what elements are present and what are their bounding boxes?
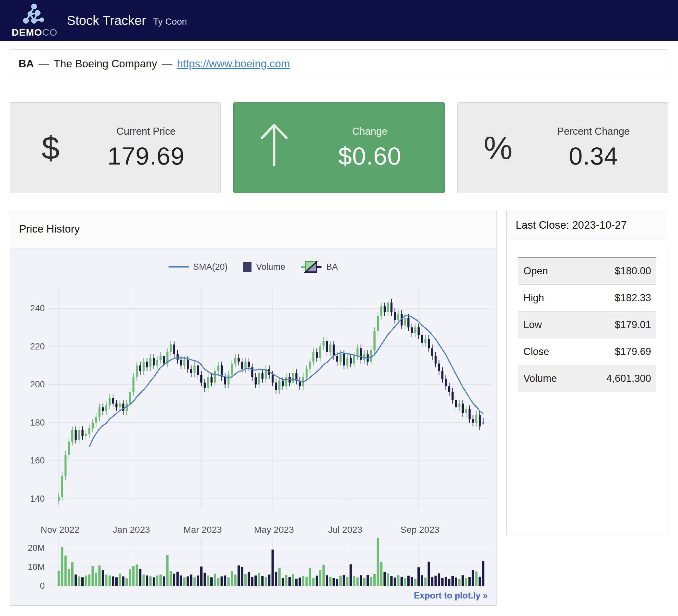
quote-value: $179.01 (579, 312, 656, 338)
svg-text:Mar 2023: Mar 2023 (183, 525, 222, 535)
last-close-body: Open$180.00High$182.33Low$179.01Close$17… (506, 240, 668, 535)
quote-label: Open (518, 257, 579, 285)
page-subtitle: Ty Coon (153, 16, 187, 27)
quote-row-open: Open$180.00 (518, 257, 656, 285)
card-label: Change (305, 126, 434, 137)
quote-label: Volume (518, 365, 579, 392)
card-label: Percent Change (529, 126, 658, 137)
last-close-table-body: Open$180.00High$182.33Low$179.01Close$17… (518, 257, 656, 392)
svg-text:180: 180 (30, 418, 45, 427)
change-card: Change $0.60 (233, 102, 444, 193)
stat-cards-row: $ Current Price 179.69 Change $0.60 % Pe… (10, 102, 668, 193)
quote-row-high: High$182.33 (518, 285, 656, 312)
dollar-icon: $ (20, 129, 81, 166)
quote-value: $179.69 (579, 338, 656, 365)
last-close-title: Last Close: 2023-10-27 (506, 210, 668, 240)
separator: — (39, 58, 49, 70)
export-plotly-link[interactable]: Export to plot.ly » (414, 591, 488, 601)
brand-name: DEMOCO (12, 27, 54, 38)
svg-text:160: 160 (30, 456, 45, 465)
price-history-chart-area: SMA(20) Volume BA 140160180200220240N (10, 248, 496, 605)
svg-text:Jul 2023: Jul 2023 (328, 525, 362, 535)
svg-text:Sep 2023: Sep 2023 (401, 525, 440, 535)
change-value: $0.60 (305, 142, 434, 170)
percent-icon: % (467, 129, 529, 166)
percent-change-card: % Percent Change 0.34 (457, 102, 668, 193)
svg-text:20M: 20M (28, 543, 45, 553)
arrow-up-icon (243, 120, 305, 176)
sma-line-swatch (168, 266, 189, 268)
separator: — (162, 58, 173, 70)
price-volume-chart: 140160180200220240Nov 2022Jan 2023Mar 20… (10, 268, 496, 605)
company-name: The Boeing Company (54, 58, 157, 70)
card-label: Current Price (81, 126, 211, 137)
company-info-bar: BA — The Boeing Company — https://www.bo… (10, 49, 668, 78)
svg-text:0: 0 (40, 581, 45, 591)
quote-value: $182.33 (579, 285, 656, 312)
app-header: DEMOCO Stock Tracker Ty Coon (0, 0, 678, 41)
svg-text:Nov 2022: Nov 2022 (40, 525, 79, 535)
ohlc-table: Open$180.00High$182.33Low$179.01Close$17… (518, 257, 656, 392)
page-title: Stock Tracker (67, 13, 146, 28)
svg-text:140: 140 (30, 494, 45, 504)
percent-change-value: 0.34 (529, 142, 658, 170)
quote-label: High (518, 285, 579, 312)
price-history-title: Price History (10, 210, 496, 248)
quote-value: $180.00 (579, 257, 656, 285)
svg-text:May 2023: May 2023 (254, 525, 294, 535)
svg-text:240: 240 (30, 303, 45, 313)
brand-logo: DEMOCO (12, 4, 54, 38)
quote-row-volume: Volume4,601,300 (518, 365, 656, 392)
svg-text:10M: 10M (28, 562, 45, 572)
svg-text:Jan 2023: Jan 2023 (113, 525, 150, 535)
svg-text:200: 200 (30, 379, 45, 389)
ticker-symbol: BA (18, 58, 34, 70)
current-price-value: 179.69 (81, 142, 211, 170)
molecule-logo-icon (17, 4, 48, 25)
price-history-panel: Price History SMA(20) Volume (10, 210, 496, 606)
quote-label: Close (518, 338, 579, 365)
quote-label: Low (518, 312, 579, 338)
quote-row-low: Low$179.01 (518, 312, 656, 338)
last-close-panel: Last Close: 2023-10-27 Open$180.00High$1… (506, 210, 668, 535)
quote-row-close: Close$179.69 (518, 338, 656, 365)
quote-value: 4,601,300 (579, 365, 656, 392)
current-price-card: $ Current Price 179.69 (10, 102, 221, 193)
svg-text:220: 220 (30, 342, 45, 352)
company-website-link[interactable]: https://www.boeing.com (177, 58, 290, 70)
